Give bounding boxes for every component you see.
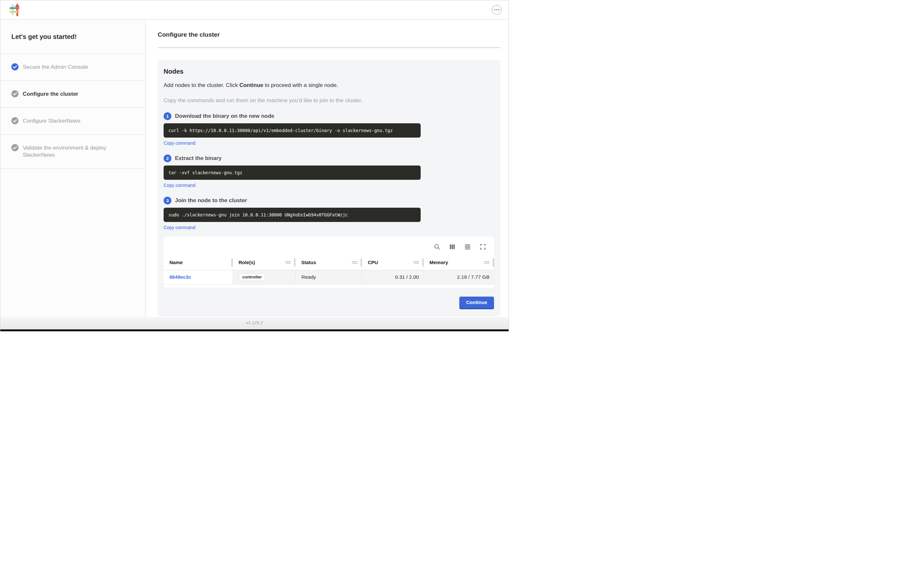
check-complete-icon: [11, 63, 19, 71]
role-chip: controller: [239, 273, 266, 281]
setup-sidebar: Let's get you started! Secure the Admin …: [0, 19, 146, 317]
column-header-memory[interactable]: Memory: [423, 255, 494, 270]
table-header-row: Name Role(s) Status: [164, 255, 494, 270]
sidebar-step-label: Configure the cluster: [23, 91, 78, 97]
fullscreen-icon[interactable]: [480, 244, 486, 250]
ellipsis-dot: [494, 9, 495, 10]
nodes-table: Name Role(s) Status: [164, 255, 494, 285]
nodes-card-title: Nodes: [164, 68, 494, 75]
column-label: CPU: [368, 259, 378, 265]
check-pending-icon: [11, 90, 19, 97]
column-drag-icon[interactable]: [414, 261, 419, 264]
copy-command-link[interactable]: Copy command: [164, 183, 195, 188]
node-name-cell: 8849ec3c: [164, 270, 233, 284]
join-step-3: 3 Join the node to the cluster sudo ./sl…: [164, 197, 494, 230]
command-code-block: tar -xvf slackernews-gnu.tgz: [164, 165, 421, 180]
ellipsis-menu-button[interactable]: [492, 5, 502, 14]
column-header-name[interactable]: Name: [164, 255, 233, 270]
command-code-block: curl -k https://10.0.0.11:30000/api/v1/e…: [164, 123, 421, 138]
join-step-2: 2 Extract the binary tar -xvf slackernew…: [164, 154, 494, 188]
column-drag-icon[interactable]: [285, 261, 291, 264]
step-number-badge: 1: [164, 112, 171, 120]
copy-command-link[interactable]: Copy command: [164, 140, 195, 146]
sidebar-step-label: Validate the environment & deploy Slacke…: [23, 145, 127, 159]
page-title: Configure the cluster: [158, 31, 500, 38]
column-drag-icon[interactable]: [484, 261, 489, 264]
column-label: Status: [301, 259, 316, 265]
nodes-card: Nodes Add nodes to the cluster. Click Co…: [158, 60, 500, 316]
check-pending-icon: [11, 117, 19, 124]
sidebar-step-secure-admin-console: Secure the Admin Console: [0, 54, 145, 81]
nodes-description: Add nodes to the cluster. Click Continue…: [164, 82, 494, 89]
column-header-status[interactable]: Status: [296, 255, 362, 270]
join-step-1: 1 Download the binary on the new node cu…: [164, 112, 494, 146]
sidebar-step-label: Configure SlackerNews: [23, 118, 80, 124]
title-divider: [158, 47, 500, 48]
join-instruction: Copy the commands and run them on the ma…: [164, 97, 494, 104]
table-toolbar: [164, 237, 494, 255]
column-header-cpu[interactable]: CPU: [362, 255, 423, 270]
step-title: Join the node to the cluster: [175, 197, 247, 204]
step-number-badge: 3: [164, 197, 171, 204]
sidebar-title: Let's get you started!: [0, 19, 145, 54]
column-label: Memory: [429, 259, 448, 265]
sidebar-step-configure-slackernews: Configure SlackerNews: [0, 108, 145, 135]
node-roles-cell: controller: [233, 270, 296, 284]
row-density-icon[interactable]: [464, 244, 471, 250]
sidebar-step-configure-cluster: Configure the cluster: [0, 81, 145, 108]
check-pending-icon: [11, 144, 19, 151]
step-title: Extract the binary: [175, 155, 222, 162]
column-label: Name: [170, 259, 183, 265]
nodes-table-card: Name Role(s) Status: [164, 237, 494, 288]
node-table-row: 8849ec3c controller Ready 0.31 / 2.00 2.…: [164, 270, 494, 284]
step-title: Download the binary on the new node: [175, 113, 274, 119]
nodes-description-prefix: Add nodes to the cluster. Click: [164, 82, 239, 88]
node-status-cell: Ready: [296, 270, 362, 284]
column-header-roles[interactable]: Role(s): [233, 255, 296, 270]
version-label: v1.125.2: [246, 320, 263, 325]
main-content: Configure the cluster Nodes Add nodes to…: [146, 19, 509, 317]
step-number-badge: 2: [164, 154, 171, 162]
show-columns-icon[interactable]: [449, 244, 456, 250]
slackernews-logo: [9, 3, 22, 17]
node-memory-cell: 2.19 / 7.77 GB: [423, 270, 494, 284]
continue-button[interactable]: Continue: [459, 297, 494, 308]
top-header: [0, 0, 509, 19]
nodes-description-bold: Continue: [239, 82, 263, 88]
command-code-block: sudo ./slackernews-gnu join 10.0.0.11:30…: [164, 208, 421, 222]
node-name-link[interactable]: 8849ec3c: [170, 274, 191, 280]
nodes-description-suffix: to proceed with a single node.: [263, 82, 338, 88]
copy-command-link[interactable]: Copy command: [164, 225, 195, 230]
footer: v1.125.2: [0, 317, 509, 331]
column-label: Role(s): [239, 259, 255, 265]
column-drag-icon[interactable]: [352, 261, 357, 264]
search-icon[interactable]: [434, 244, 440, 250]
column-resize-handle[interactable]: [493, 258, 494, 267]
sidebar-step-label: Secure the Admin Console: [23, 64, 88, 71]
node-cpu-cell: 0.31 / 2.00: [362, 270, 423, 284]
sidebar-step-validate-deploy: Validate the environment & deploy Slacke…: [0, 135, 145, 169]
bottom-edge-bar: [0, 329, 509, 331]
